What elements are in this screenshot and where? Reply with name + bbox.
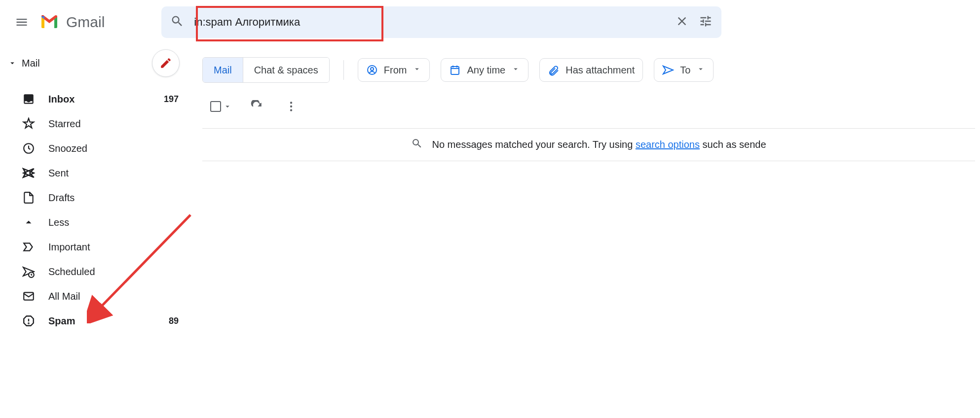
file-icon [22, 191, 35, 204]
hamburger-icon [15, 15, 29, 29]
more-vert-icon [285, 100, 298, 113]
sidebar-item-label: Snoozed [48, 143, 179, 154]
sidebar-item-label: Scheduled [48, 266, 179, 278]
gmail-logo-icon [38, 10, 61, 34]
sidebar-item-label: Sent [48, 168, 179, 179]
svg-point-10 [290, 102, 292, 104]
header: Gmail [0, 0, 980, 44]
chip-label: Has attachment [565, 65, 635, 76]
chevron-down-icon [413, 65, 421, 73]
filter-from-chip[interactable]: From [358, 58, 430, 82]
gmail-logo[interactable]: Gmail [38, 10, 105, 34]
scope-mail-button[interactable]: Mail [203, 58, 243, 82]
sidebar-item-label: Important [48, 242, 179, 253]
sidebar-item-sent[interactable]: Sent [0, 161, 192, 185]
search-icon[interactable] [170, 14, 184, 30]
filter-attachment-chip[interactable]: Has attachment [539, 58, 643, 82]
main-menu-button[interactable] [10, 10, 34, 34]
chevron-down-icon [511, 65, 520, 73]
list-toolbar [202, 97, 975, 116]
sidebar-item-label: Starred [48, 118, 179, 130]
sidebar-item-important[interactable]: Important [0, 235, 192, 259]
sidebar-item-label: Spam [48, 315, 169, 327]
sidebar-item-snoozed[interactable]: Snoozed [0, 136, 192, 161]
sidebar-item-count: 89 [169, 316, 179, 326]
scope-segment: Mail Chat & spaces [202, 57, 330, 83]
more-button[interactable] [281, 97, 301, 116]
main: Mail Inbox 197 Starred Snoozed Sent Draf… [0, 44, 980, 418]
search-options-link[interactable]: search options [636, 139, 700, 150]
svg-rect-9 [451, 67, 459, 74]
spam-icon [22, 314, 35, 327]
chevron-down-icon [8, 59, 17, 68]
clear-search-button[interactable] [675, 14, 689, 30]
svg-point-12 [290, 109, 292, 111]
svg-point-11 [290, 105, 292, 107]
empty-text-post: such as sende [703, 139, 766, 150]
refresh-icon [250, 100, 263, 113]
search-bar [161, 6, 721, 38]
search-input[interactable] [194, 16, 675, 29]
chevron-down-icon [696, 65, 705, 73]
scope-chat-button[interactable]: Chat & spaces [243, 58, 329, 82]
sidebar-item-label: Drafts [48, 192, 179, 204]
sidebar-item-inbox[interactable]: Inbox 197 [0, 87, 192, 111]
refresh-button[interactable] [247, 97, 266, 116]
sidebar-item-allmail[interactable]: All Mail [0, 284, 192, 309]
sidebar-item-label: All Mail [48, 291, 179, 302]
calendar-icon [449, 64, 461, 76]
svg-point-8 [371, 68, 374, 70]
sidebar-item-label: Less [48, 217, 179, 228]
checkbox-icon [210, 101, 221, 112]
sidebar-item-less[interactable]: Less [0, 210, 192, 235]
content-area: Mail Chat & spaces From Any time Has att… [192, 44, 980, 418]
chip-label: To [680, 65, 690, 76]
send-icon [662, 64, 674, 76]
mail-category-toggle[interactable]: Mail [8, 58, 40, 69]
select-all-checkbox[interactable] [210, 101, 232, 112]
attachment-icon [548, 64, 560, 76]
search-icon [411, 138, 423, 149]
filter-to-chip[interactable]: To [654, 58, 714, 82]
sidebar-item-scheduled[interactable]: Scheduled [0, 259, 192, 284]
svg-point-6 [28, 323, 29, 323]
sidebar: Mail Inbox 197 Starred Snoozed Sent Draf… [0, 44, 192, 418]
send-icon [22, 167, 35, 179]
chip-label: From [384, 65, 407, 76]
mail-icon [22, 290, 35, 303]
compose-button[interactable] [152, 49, 180, 77]
close-icon [675, 14, 689, 28]
sidebar-item-count: 197 [164, 94, 179, 104]
filter-row: Mail Chat & spaces From Any time Has att… [202, 57, 975, 83]
tune-icon [699, 14, 713, 28]
star-icon [22, 117, 35, 130]
sidebar-item-drafts[interactable]: Drafts [0, 185, 192, 210]
empty-text-pre: No messages matched your search. Try usi… [432, 139, 633, 150]
sidebar-item-starred[interactable]: Starred [0, 111, 192, 136]
gmail-text: Gmail [66, 14, 105, 31]
search-options-button[interactable] [699, 14, 713, 30]
important-icon [22, 241, 35, 253]
scheduled-icon [22, 265, 35, 278]
pencil-icon [159, 57, 172, 70]
filter-anytime-chip[interactable]: Any time [441, 58, 528, 82]
clock-icon [22, 142, 35, 155]
chip-label: Any time [467, 65, 505, 76]
divider [343, 60, 344, 80]
inbox-icon [22, 93, 35, 105]
chevron-down-icon [223, 102, 232, 111]
person-icon [366, 64, 378, 76]
chevron-up-icon [22, 216, 35, 229]
empty-results-row: No messages matched your search. Try usi… [202, 128, 975, 161]
mail-category-label: Mail [22, 58, 40, 69]
sidebar-item-label: Inbox [48, 94, 164, 105]
sidebar-item-spam[interactable]: Spam 89 [0, 309, 192, 333]
